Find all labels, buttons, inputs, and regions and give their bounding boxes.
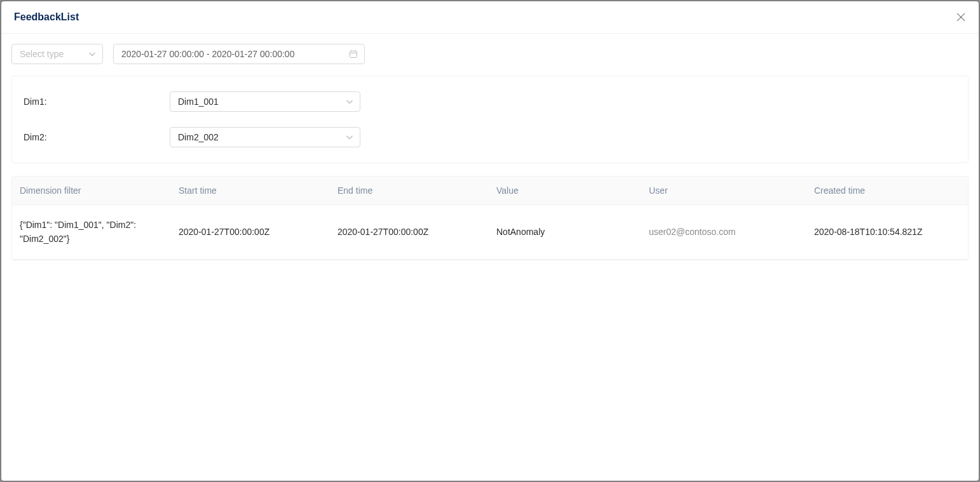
feedback-table: Dimension filter Start time End time Val… <box>12 177 968 260</box>
dim2-select[interactable]: Dim2_002 <box>170 127 360 147</box>
feedback-list-modal: FeedbackList Select type 2020-01-27 00:0… <box>1 1 979 481</box>
table-header-row: Dimension filter Start time End time Val… <box>12 177 968 205</box>
dim1-select[interactable]: Dim1_001 <box>170 91 360 112</box>
modal-body: Select type 2020-01-27 00:00:00 - 2020-0… <box>1 34 979 481</box>
date-range-picker[interactable]: 2020-01-27 00:00:00 - 2020-01-27 00:00:0… <box>113 44 365 64</box>
top-filter-row: Select type 2020-01-27 00:00:00 - 2020-0… <box>11 44 969 64</box>
dimension-panel: Dim1: Dim1_001 Dim2: Dim2_002 <box>11 76 969 163</box>
header-dimension-filter: Dimension filter <box>12 177 171 205</box>
date-range-value: 2020-01-27 00:00:00 - 2020-01-27 00:00:0… <box>121 49 294 59</box>
cell-dimension-filter: {"Dim1": "Dim1_001", "Dim2": "Dim2_002"} <box>12 205 171 260</box>
chevron-down-icon <box>346 133 353 141</box>
cell-created-time: 2020-08-18T10:10:54.821Z <box>806 205 968 260</box>
header-created-time: Created time <box>806 177 968 205</box>
feedback-table-container: Dimension filter Start time End time Val… <box>11 176 969 260</box>
calendar-icon <box>349 50 358 58</box>
modal-title: FeedbackList <box>14 11 79 23</box>
dim2-row: Dim2: Dim2_002 <box>24 127 956 147</box>
cell-start-time: 2020-01-27T00:00:00Z <box>171 205 330 260</box>
dim1-select-value: Dim1_001 <box>178 97 219 107</box>
header-user: User <box>641 177 806 205</box>
header-end-time: End time <box>330 177 489 205</box>
header-start-time: Start time <box>171 177 330 205</box>
dim2-select-value: Dim2_002 <box>178 132 219 142</box>
chevron-down-icon <box>346 98 353 105</box>
close-icon[interactable] <box>956 12 966 22</box>
dim2-label: Dim2: <box>24 132 170 142</box>
svg-rect-2 <box>350 51 357 58</box>
cell-user: user02@contoso.com <box>641 205 806 260</box>
select-type[interactable]: Select type <box>11 44 103 64</box>
cell-end-time: 2020-01-27T00:00:00Z <box>330 205 489 260</box>
select-type-placeholder: Select type <box>20 49 64 59</box>
chevron-down-icon <box>88 50 96 58</box>
dim1-row: Dim1: Dim1_001 <box>24 91 956 112</box>
table-row: {"Dim1": "Dim1_001", "Dim2": "Dim2_002"}… <box>12 205 968 260</box>
cell-value: NotAnomaly <box>489 205 641 260</box>
header-value: Value <box>489 177 641 205</box>
dim1-label: Dim1: <box>24 97 170 107</box>
modal-header: FeedbackList <box>1 1 979 34</box>
